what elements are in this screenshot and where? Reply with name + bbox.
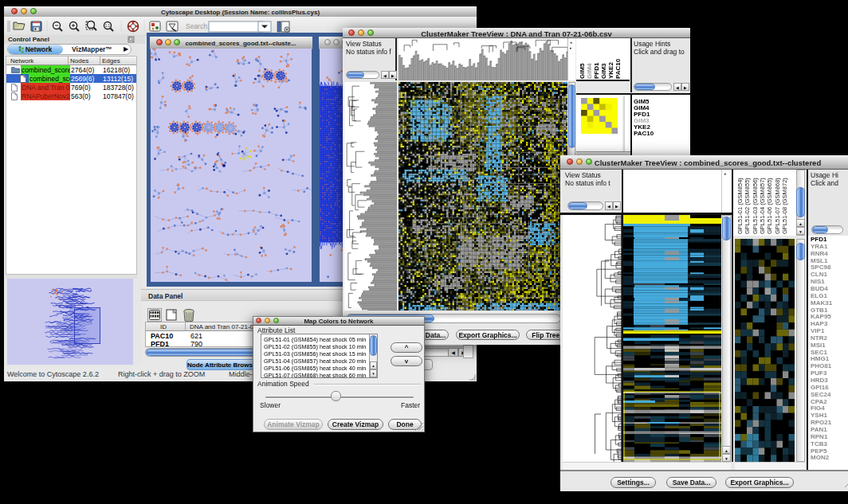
svg-text:1:1: 1:1 — [105, 24, 111, 28]
svg-text:Search:: Search: — [186, 22, 209, 30]
